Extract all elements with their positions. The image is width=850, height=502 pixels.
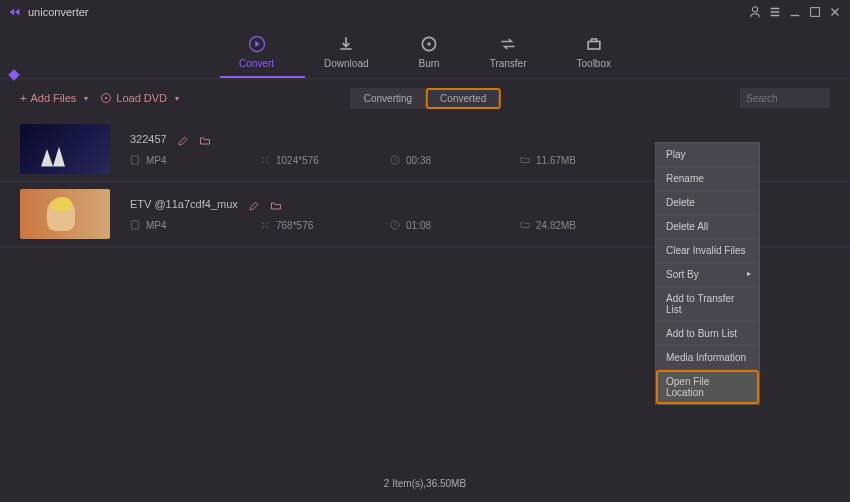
search-input[interactable] <box>740 88 830 108</box>
tab-transfer[interactable]: Transfer <box>490 34 527 69</box>
tab-toolbox[interactable]: Toolbox <box>577 34 611 69</box>
main-tabs: Convert Download Burn Transfer Toolbox <box>0 24 850 79</box>
context-menu: Play Rename Delete Delete All Clear Inva… <box>655 142 760 405</box>
tab-label: Burn <box>419 58 440 69</box>
add-files-button[interactable]: + Add Files ▾ <box>20 92 88 104</box>
clock-icon <box>390 220 400 230</box>
menu-clear-invalid[interactable]: Clear Invalid Files <box>656 239 759 263</box>
resolution-meta: 768*576 <box>260 220 320 231</box>
transfer-icon <box>498 34 518 54</box>
tab-label: Convert <box>239 58 274 69</box>
converting-tab[interactable]: Converting <box>350 88 426 109</box>
download-icon <box>336 34 356 54</box>
svg-point-4 <box>427 42 430 45</box>
filter-tabs: Converting Converted <box>350 88 501 109</box>
menu-open-location[interactable]: Open File Location <box>656 370 759 404</box>
format-meta: MP4 <box>130 220 190 231</box>
file-name: ETV @11a7cdf4_mux <box>130 198 238 210</box>
logo-section: uniconverter <box>8 5 89 19</box>
size-meta: 24.82MB <box>520 220 580 231</box>
converted-tab[interactable]: Converted <box>426 88 500 109</box>
file-icon <box>130 220 140 230</box>
clock-icon <box>390 155 400 165</box>
load-dvd-label: Load DVD <box>116 92 167 104</box>
action-bar: + Add Files ▾ Load DVD ▾ Converting Conv… <box>0 79 850 117</box>
duration-meta: 01:08 <box>390 220 450 231</box>
tab-download[interactable]: Download <box>324 34 368 69</box>
menu-rename[interactable]: Rename <box>656 167 759 191</box>
menu-icon[interactable] <box>768 5 782 19</box>
svg-rect-1 <box>811 8 820 17</box>
folder-icon[interactable] <box>199 133 211 145</box>
plus-icon: + <box>20 92 26 104</box>
menu-media-info[interactable]: Media Information <box>656 346 759 370</box>
menu-delete[interactable]: Delete <box>656 191 759 215</box>
tab-underline <box>220 76 305 78</box>
svg-point-7 <box>105 97 107 99</box>
titlebar-controls <box>748 5 842 19</box>
svg-rect-5 <box>588 41 600 49</box>
convert-icon <box>247 34 267 54</box>
format-meta: MP4 <box>130 155 190 166</box>
tab-burn[interactable]: Burn <box>419 34 440 69</box>
tab-label: Download <box>324 58 368 69</box>
expand-icon <box>260 220 270 230</box>
svg-rect-10 <box>132 221 139 229</box>
folder-icon <box>520 220 530 230</box>
folder-icon <box>520 155 530 165</box>
menu-add-transfer[interactable]: Add to Transfer List <box>656 287 759 322</box>
svg-rect-8 <box>132 156 139 164</box>
menu-add-burn[interactable]: Add to Burn List <box>656 322 759 346</box>
thumbnail[interactable] <box>20 189 110 239</box>
toolbox-icon <box>584 34 604 54</box>
size-meta: 11.67MB <box>520 155 580 166</box>
add-files-label: Add Files <box>30 92 76 104</box>
user-icon[interactable] <box>748 5 762 19</box>
chevron-down-icon: ▾ <box>84 94 88 103</box>
menu-delete-all[interactable]: Delete All <box>656 215 759 239</box>
app-logo-icon <box>8 5 22 19</box>
menu-play[interactable]: Play <box>656 143 759 167</box>
edit-icon[interactable] <box>248 198 260 210</box>
load-dvd-button[interactable]: Load DVD ▾ <box>100 92 179 104</box>
duration-meta: 00:38 <box>390 155 450 166</box>
titlebar: uniconverter <box>0 0 850 24</box>
status-text: 2 Item(s),36.50MB <box>384 478 466 489</box>
burn-icon <box>419 34 439 54</box>
close-icon[interactable] <box>828 5 842 19</box>
maximize-icon[interactable] <box>808 5 822 19</box>
chapter-marker <box>8 69 19 80</box>
file-icon <box>130 155 140 165</box>
thumbnail[interactable] <box>20 124 110 174</box>
tab-label: Transfer <box>490 58 527 69</box>
tab-convert[interactable]: Convert <box>239 34 274 69</box>
folder-icon[interactable] <box>270 198 282 210</box>
svg-point-0 <box>752 7 757 12</box>
chevron-down-icon: ▾ <box>175 94 179 103</box>
expand-icon <box>260 155 270 165</box>
dvd-icon <box>100 92 112 104</box>
menu-sort-by[interactable]: Sort By <box>656 263 759 287</box>
app-title: uniconverter <box>28 6 89 18</box>
edit-icon[interactable] <box>177 133 189 145</box>
file-name: 322457 <box>130 133 167 145</box>
resolution-meta: 1024*576 <box>260 155 320 166</box>
minimize-icon[interactable] <box>788 5 802 19</box>
status-bar: 2 Item(s),36.50MB <box>0 474 850 492</box>
tab-label: Toolbox <box>577 58 611 69</box>
